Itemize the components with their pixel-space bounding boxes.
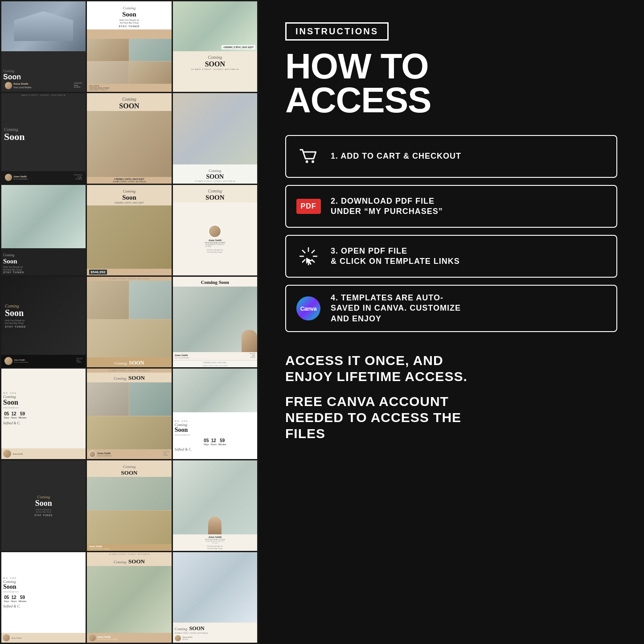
template-card: 38 MAIN STREET, SYDNEY, AUSTRALIA Coming…	[87, 552, 171, 643]
free-canva-text: FREE CANVA ACCOUNT NEEDED TO ACCESS THE …	[285, 394, 617, 442]
main-title: HOW TO ACCESS	[285, 49, 617, 117]
instructions-label: INSTRUCTIONS	[285, 22, 389, 41]
step-3-box: 3. OPEN PDF FILE & CLICK ON TEMPLATE LIN…	[285, 235, 617, 278]
instructions-panel: INSTRUCTIONS HOW TO ACCESS 1. ADD TO CAR…	[258, 0, 644, 644]
template-card: WE ARE Coming Soon www.yourpage.com 05Da…	[1, 369, 86, 459]
pdf-icon: PDF	[295, 193, 322, 220]
template-card: Coming SOON Anna Smith TRUSTED REAL ESTA…	[173, 185, 257, 275]
canva-icon: Canva	[295, 295, 322, 322]
template-card: Coming SOON 38 MAIN STREET, SYDNEY, AUST…	[173, 552, 257, 643]
template-card: Coming Soon Hold Your Breath forthe Next…	[1, 277, 86, 367]
template-card: 38 MAIN STREET, SYDNEY, AUSTRALIA Coming…	[87, 277, 171, 367]
template-card: WE ARE Coming Soon www.yourpage.com 05Da…	[173, 369, 257, 459]
step-2-text: 2. DOWNLOAD PDF FILE UNDER “MY PURCHASES…	[331, 196, 443, 217]
svg-line-6	[302, 250, 305, 253]
svg-point-0	[306, 160, 308, 163]
step-1-box: 1. ADD TO CART & CHECKOUT	[285, 135, 617, 178]
template-card: Coming Soon Anna Smith Your Local Realto…	[1, 1, 86, 92]
template-card: Coming SOON 4 BDRM | 3 BTH | 2915 SQFT 3…	[87, 93, 171, 184]
template-card: 38 MAIN STREET, SYDNEY, AUSTRALIA Coming…	[87, 369, 171, 459]
svg-point-1	[312, 160, 314, 163]
template-card: 4 BDRM | 3 BTH | 2915 SQFT Coming SOON 1…	[173, 1, 257, 92]
pdf-badge: PDF	[296, 199, 321, 214]
lifetime-access-text: ACCESS IT ONCE, AND ENJOY LIFETIME ACCES…	[285, 353, 617, 385]
template-card: Coming Soon Hold Your Breath forthe Next…	[1, 460, 86, 551]
template-card: WE ARE Coming Soon www.yourpage.com 05Da…	[1, 552, 86, 643]
template-card: Coming Soon Anna Smith Your Local Realto…	[173, 277, 257, 367]
template-card: Coming Soon 4 BDRM | 3 BTH | 2915 SQFT $…	[87, 185, 171, 275]
step-4-text: 4. TEMPLATES ARE AUTO- SAVED IN CANVA. C…	[331, 293, 461, 324]
step-1-text: 1. ADD TO CART & CHECKOUT	[331, 151, 461, 161]
template-card: Coming SOON Anna Smith TRUSTED REAL ESTA…	[87, 460, 171, 551]
svg-line-9	[302, 259, 305, 263]
template-card: MAIN STREET, SYDNEY, AUSTRALIA Coming So…	[1, 93, 86, 184]
canva-logo: Canva	[296, 296, 320, 320]
template-card: Coming Soon Hold Your Breath forthe Next…	[87, 1, 171, 92]
step-4-box: Canva 4. TEMPLATES ARE AUTO- SAVED IN CA…	[285, 285, 617, 332]
template-card: Coming Soon Hold Your Breath forthe Next…	[1, 185, 86, 275]
template-previews-panel: Coming Soon Anna Smith Your Local Realto…	[0, 0, 258, 644]
svg-line-8	[312, 250, 315, 253]
cart-icon	[295, 143, 322, 170]
step-3-text: 3. OPEN PDF FILE & CLICK ON TEMPLATE LIN…	[331, 246, 460, 267]
cursor-icon	[295, 243, 322, 270]
template-card: Anna Smith TRUSTED REAL ESTATE 123 ANYWH…	[173, 460, 257, 551]
template-card: Coming SOON 38 MAIN STREET, SYDNEY, AUST…	[173, 93, 257, 184]
step-2-box: PDF 2. DOWNLOAD PDF FILE UNDER “MY PURCH…	[285, 185, 617, 228]
